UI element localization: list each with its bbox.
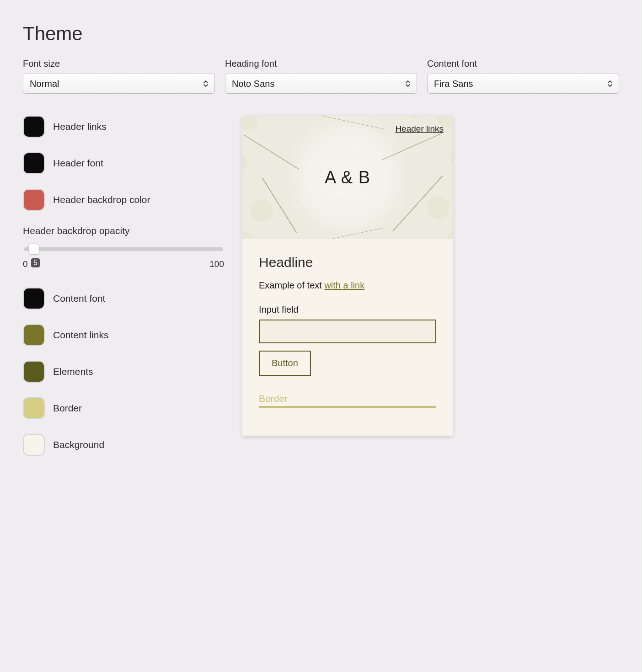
header-backdrop-color-label: Header backdrop color <box>53 194 150 205</box>
opacity-slider[interactable] <box>24 244 223 255</box>
preview-header: Header links A & B <box>242 116 453 239</box>
preview-title: A & B <box>325 168 370 187</box>
slider-value-badge: 5 <box>31 258 40 267</box>
opacity-slider-label: Header backdrop opacity <box>23 225 224 236</box>
font-size-label: Font size <box>23 59 215 69</box>
content-font-select[interactable]: Fira Sans <box>427 74 619 94</box>
preview-text: Example of text with a link <box>259 280 436 291</box>
content-font-value: Fira Sans <box>434 79 473 89</box>
border-swatch[interactable] <box>23 397 45 419</box>
content-font-label: Content font <box>427 59 619 69</box>
header-backdrop-color-swatch[interactable] <box>23 189 45 211</box>
preview-text-prefix: Example of text <box>259 280 324 290</box>
preview-headline: Headline <box>259 255 436 270</box>
font-size-select[interactable]: Normal <box>23 74 215 94</box>
preview-input[interactable] <box>259 320 436 343</box>
selects-row: Font size Normal Heading font Noto Sans … <box>23 59 619 94</box>
elements-swatch[interactable] <box>23 361 45 383</box>
heading-font-value: Noto Sans <box>232 79 274 89</box>
theme-preview: Header links A & B Headline Example of t… <box>242 116 453 436</box>
preview-text-link[interactable]: with a link <box>324 280 364 290</box>
chevron-updown-icon <box>607 80 613 88</box>
header-links-label: Header links <box>53 121 107 132</box>
content-font-color-swatch[interactable] <box>23 288 45 309</box>
heading-font-select[interactable]: Noto Sans <box>225 74 417 94</box>
right-column: Header links A & B Headline Example of t… <box>242 116 619 470</box>
content-links-swatch[interactable] <box>23 324 45 346</box>
preview-border-label: Border <box>259 393 436 404</box>
slider-max: 100 <box>209 259 224 269</box>
preview-header-link[interactable]: Header links <box>395 124 444 134</box>
slider-thumb[interactable] <box>28 244 39 255</box>
background-swatch[interactable] <box>23 434 45 456</box>
header-font-swatch[interactable] <box>23 152 45 174</box>
page-title: Theme <box>23 23 619 45</box>
left-column: Header links Header font Header backdrop… <box>23 116 224 470</box>
elements-label: Elements <box>53 366 93 377</box>
preview-border-line <box>259 406 436 408</box>
content-font-color-label: Content font <box>53 293 105 304</box>
font-size-value: Normal <box>30 79 59 89</box>
header-links-swatch[interactable] <box>23 116 45 138</box>
opacity-slider-group: Header backdrop opacity 0 5 100 <box>23 225 224 269</box>
background-label: Background <box>53 439 104 450</box>
slider-min: 0 <box>23 259 28 269</box>
chevron-updown-icon <box>203 80 209 88</box>
preview-button[interactable]: Button <box>259 351 311 376</box>
content-links-label: Content links <box>53 330 108 341</box>
border-label: Border <box>53 403 82 414</box>
heading-font-label: Heading font <box>225 59 417 69</box>
chevron-updown-icon <box>405 80 411 88</box>
header-font-label: Header font <box>53 158 103 169</box>
preview-input-label: Input field <box>259 304 436 315</box>
